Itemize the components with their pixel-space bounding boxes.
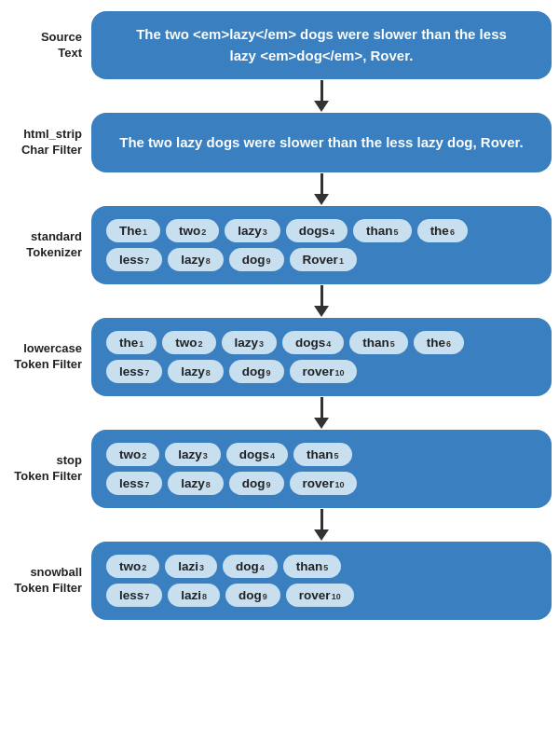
token: lazy3: [225, 219, 280, 242]
arrow-area-0: [91, 79, 552, 113]
token: rover10: [290, 472, 358, 495]
stage-label-1: html_stripChar Filter: [7, 127, 91, 158]
arrow-shaft-4: [320, 509, 323, 529]
token: dogs4: [226, 443, 288, 466]
token: lazi8: [168, 584, 220, 607]
arrow-area-1: [91, 172, 552, 206]
token-row-2-1: less7lazy8dog9Rover1: [106, 248, 537, 271]
arrow-shaft-2: [320, 285, 323, 306]
pipeline: SourceTextThe two <em>lazy</em> dogs wer…: [7, 11, 552, 620]
token: rover10: [286, 584, 354, 607]
stage-box-5: two2lazi3dog4than5less7lazi8dog9rover10: [91, 542, 552, 620]
token: two2: [162, 331, 215, 354]
arrow-shaft-3: [320, 397, 323, 418]
token-row-5-0: two2lazi3dog4than5: [106, 555, 537, 578]
arrow-3: [7, 396, 552, 430]
stage-box-4: two2lazy3dogs4than5less7lazy8dog9rover10: [91, 430, 552, 508]
token: rover10: [290, 360, 358, 383]
token: less7: [106, 584, 162, 607]
token-row-5-1: less7lazi8dog9rover10: [106, 584, 537, 607]
token: dog9: [225, 584, 280, 607]
arrow-head-0: [314, 101, 329, 112]
token: the6: [414, 331, 464, 354]
token: lazy3: [165, 443, 221, 466]
token: the1: [106, 331, 157, 354]
arrow-head-2: [314, 306, 329, 317]
token: the6: [417, 219, 468, 242]
arrow-2: [7, 284, 552, 318]
arrow-head-3: [314, 418, 329, 429]
arrow-1: [7, 172, 552, 206]
stage-box-0: The two <em>lazy</em> dogs were slower t…: [91, 11, 552, 79]
stage-text-0: The two <em>lazy</em> dogs were slower t…: [136, 24, 507, 66]
arrow-area-3: [91, 396, 552, 430]
token: than5: [349, 331, 408, 354]
arrow-0: [7, 79, 552, 113]
token: than5: [293, 443, 352, 466]
token: dog9: [229, 360, 284, 383]
token: dog9: [229, 248, 284, 271]
stage-box-2: The1two2lazy3dogs4than5the6less7lazy8dog…: [91, 206, 552, 284]
token: dogs4: [286, 219, 348, 242]
token: two2: [106, 443, 159, 466]
stage-row-1: html_stripChar FilterThe two lazy dogs w…: [7, 113, 552, 172]
stage-box-1: The two lazy dogs were slower than the l…: [91, 113, 552, 172]
stage-text-1: The two lazy dogs were slower than the l…: [119, 132, 523, 154]
stage-label-0: SourceText: [7, 30, 91, 62]
token-row-3-1: less7lazy8dog9rover10: [106, 360, 537, 383]
token: The1: [106, 219, 160, 242]
token-row-3-0: the1two2lazy3dogs4than5the6: [106, 331, 537, 354]
token-row-2-0: The1two2lazy3dogs4than5the6: [106, 219, 537, 242]
arrow-shaft-1: [320, 173, 323, 194]
token: than5: [283, 555, 342, 578]
stage-row-2: standardTokenizerThe1two2lazy3dogs4than5…: [7, 206, 552, 284]
token: lazi3: [165, 555, 217, 578]
stage-row-4: stopToken Filtertwo2lazy3dogs4than5less7…: [7, 430, 552, 508]
stage-box-3: the1two2lazy3dogs4than5the6less7lazy8dog…: [91, 318, 552, 396]
token: Rover1: [290, 248, 357, 271]
token: less7: [106, 248, 162, 271]
token: lazy3: [222, 331, 278, 354]
token: than5: [353, 219, 412, 242]
stage-row-0: SourceTextThe two <em>lazy</em> dogs wer…: [7, 11, 552, 79]
token: lazy8: [168, 472, 224, 495]
token: less7: [106, 472, 162, 495]
stage-row-3: lowercaseToken Filterthe1two2lazy3dogs4t…: [7, 318, 552, 396]
token: dog4: [223, 555, 278, 578]
token: two2: [166, 219, 219, 242]
token: lazy8: [168, 360, 224, 383]
stage-row-5: snowballToken Filtertwo2lazi3dog4than5le…: [7, 542, 552, 620]
arrow-area-2: [91, 284, 552, 318]
token: two2: [106, 555, 159, 578]
token: dogs4: [282, 331, 344, 354]
arrow-4: [7, 508, 552, 542]
arrow-head-4: [314, 529, 329, 541]
stage-label-3: lowercaseToken Filter: [7, 341, 91, 373]
arrow-shaft-0: [320, 80, 323, 101]
token: lazy8: [168, 248, 224, 271]
token: less7: [106, 360, 162, 383]
token: dog9: [229, 472, 284, 495]
stage-label-5: snowballToken Filter: [7, 565, 91, 597]
stage-label-4: stopToken Filter: [7, 453, 91, 485]
arrow-head-1: [314, 194, 329, 205]
stage-label-2: standardTokenizer: [7, 229, 91, 261]
token-row-4-0: two2lazy3dogs4than5: [106, 443, 537, 466]
token-row-4-1: less7lazy8dog9rover10: [106, 472, 537, 495]
arrow-area-4: [91, 508, 552, 542]
